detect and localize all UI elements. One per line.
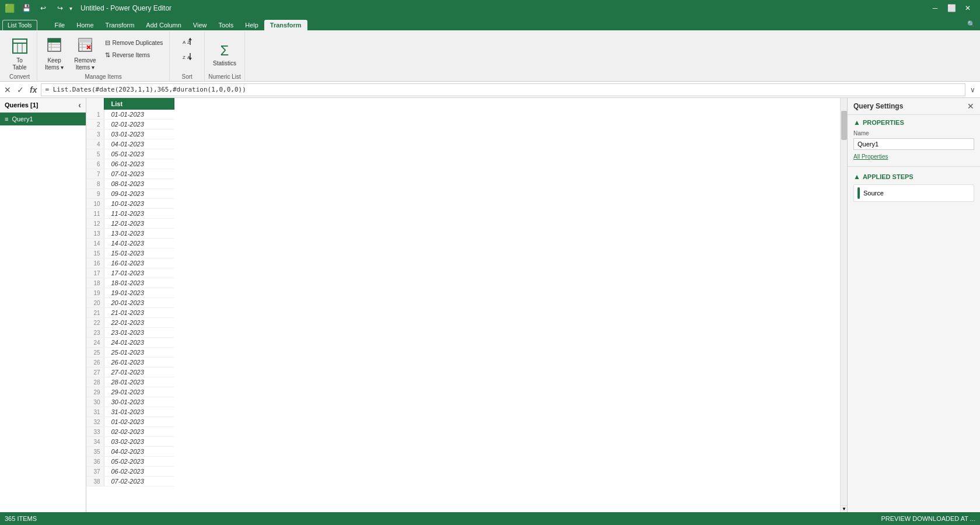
- row-number: 36: [86, 457, 104, 467]
- manage-items-content: KeepItems ▾ RemoveItems ▾: [41, 33, 166, 74]
- ribbon-search-btn[interactable]: 🔍: [963, 18, 980, 30]
- close-btn[interactable]: ✕: [960, 2, 975, 14]
- to-table-btn[interactable]: ToTable: [8, 36, 32, 74]
- name-label: Name: [853, 130, 974, 136]
- list-header[interactable]: List: [104, 98, 174, 110]
- row-value: 02-02-2023: [104, 427, 174, 437]
- formula-confirm-icon[interactable]: ✓: [15, 84, 26, 96]
- vertical-scrollbar[interactable]: ▼: [840, 98, 847, 512]
- row-number: 32: [86, 417, 104, 427]
- tab-transform[interactable]: Transform: [100, 20, 141, 30]
- row-number: 1: [86, 110, 104, 120]
- row-number: 5: [86, 149, 104, 159]
- quick-access-dropdown[interactable]: ▾: [69, 5, 72, 12]
- svg-text:Z: Z: [183, 55, 186, 60]
- reverse-items-btn[interactable]: ⇅ Reverse Items: [102, 50, 166, 61]
- row-number: 9: [86, 189, 104, 199]
- table-row: 1515-01-2023: [86, 249, 174, 258]
- statistics-icon: Σ: [220, 43, 229, 59]
- query-item-query1[interactable]: ≡ Query1: [0, 113, 86, 125]
- formula-input[interactable]: [41, 83, 965, 96]
- scroll-down-arrow[interactable]: ▼: [841, 505, 847, 512]
- tab-view[interactable]: View: [187, 20, 213, 30]
- tab-file[interactable]: File: [49, 20, 71, 30]
- convert-content: ToTable: [8, 33, 32, 74]
- step-source[interactable]: Source: [853, 184, 974, 202]
- query-settings-close-btn[interactable]: ✕: [967, 102, 974, 111]
- formula-cancel-icon[interactable]: ✕: [2, 84, 13, 96]
- row-number: 33: [86, 427, 104, 437]
- to-table-label: ToTable: [13, 57, 27, 71]
- tab-tools[interactable]: Tools: [213, 20, 240, 30]
- restore-btn[interactable]: ⬜: [944, 2, 959, 14]
- table-row: 3807-02-2023: [86, 477, 174, 487]
- all-properties-link[interactable]: All Properties: [853, 153, 888, 160]
- title-text: Untitled - Power Query Editor: [80, 4, 172, 12]
- row-value: 05-01-2023: [104, 149, 174, 159]
- row-number: 22: [86, 318, 104, 328]
- redo-quick-btn[interactable]: ↪: [52, 2, 68, 14]
- row-number: 38: [86, 477, 104, 487]
- content-area: List 101-01-2023202-01-2023303-01-202340…: [86, 98, 847, 512]
- applied-steps-section: ▲ APPLIED STEPS Source: [848, 169, 980, 205]
- scrollbar-thumb[interactable]: [841, 111, 847, 140]
- svg-text:A: A: [183, 40, 186, 45]
- sort-asc-btn[interactable]: A Z: [180, 35, 195, 49]
- statistics-btn[interactable]: Σ Statistics: [209, 40, 240, 69]
- applied-steps-collapse-icon[interactable]: ▲: [853, 173, 860, 181]
- table-row: 303-01-2023: [86, 130, 174, 139]
- table-row: 1717-01-2023: [86, 268, 174, 278]
- tab-list-tools[interactable]: List Tools: [2, 20, 37, 30]
- queries-collapse-btn[interactable]: ‹: [78, 100, 81, 110]
- table-row: 3131-01-2023: [86, 407, 174, 417]
- reverse-items-label: Reverse Items: [112, 52, 149, 58]
- row-number: 26: [86, 358, 104, 368]
- formula-bar: ✕ ✓ fx ∨: [0, 82, 980, 98]
- table-row: 707-01-2023: [86, 169, 174, 179]
- save-quick-btn[interactable]: 💾: [19, 2, 34, 14]
- tab-add-column[interactable]: Add Column: [140, 20, 187, 30]
- row-value: 21-01-2023: [104, 308, 174, 318]
- keep-items-label: KeepItems ▾: [45, 57, 64, 71]
- table-row: 2323-01-2023: [86, 328, 174, 338]
- row-number: 34: [86, 437, 104, 447]
- tab-home[interactable]: Home: [71, 20, 99, 30]
- row-number: 21: [86, 308, 104, 318]
- status-item-count: 365 ITEMS: [5, 515, 37, 522]
- query-settings-panel: Query Settings ✕ ▲ PROPERTIES Name All P…: [847, 98, 980, 512]
- properties-collapse-icon[interactable]: ▲: [853, 118, 860, 127]
- formula-expand-icon[interactable]: ∨: [968, 85, 978, 95]
- formula-fx-icon[interactable]: fx: [28, 84, 38, 96]
- sort-content: A Z Z A: [180, 33, 195, 74]
- table-row: 1414-01-2023: [86, 239, 174, 249]
- query-name-input[interactable]: [853, 138, 974, 150]
- keep-items-btn[interactable]: KeepItems ▾: [41, 35, 68, 74]
- sort-desc-icon: Z A: [183, 52, 192, 62]
- sort-desc-btn[interactable]: Z A: [180, 50, 195, 64]
- remove-duplicates-btn[interactable]: ⊟ Remove Duplicates: [102, 37, 166, 48]
- row-value: 15-01-2023: [104, 249, 174, 258]
- minimize-btn[interactable]: ─: [928, 2, 943, 14]
- properties-section: ▲ PROPERTIES Name All Properties: [848, 115, 980, 164]
- convert-group-label: Convert: [9, 74, 30, 81]
- undo-quick-btn[interactable]: ↩: [36, 2, 51, 14]
- table-row: 2121-01-2023: [86, 308, 174, 318]
- row-value: 29-01-2023: [104, 387, 174, 397]
- ribbon-tabs: List Tools File Home Transform Add Colum…: [0, 16, 980, 30]
- row-value: 04-02-2023: [104, 447, 174, 457]
- row-number: 19: [86, 288, 104, 298]
- properties-label: PROPERTIES: [863, 119, 904, 126]
- remove-items-btn[interactable]: RemoveItems ▾: [70, 35, 100, 74]
- tab-transform2[interactable]: Transform: [264, 20, 307, 30]
- table-row: 1616-01-2023: [86, 258, 174, 268]
- row-number: 24: [86, 338, 104, 348]
- table-row: 909-01-2023: [86, 189, 174, 199]
- table-row: 3403-02-2023: [86, 437, 174, 447]
- row-number: 20: [86, 298, 104, 308]
- tab-help[interactable]: Help: [239, 20, 264, 30]
- title-bar-left: 🟩 💾 ↩ ↪ ▾ Untitled - Power Query Editor: [5, 2, 172, 14]
- table-row: 3030-01-2023: [86, 397, 174, 407]
- table-row: 808-01-2023: [86, 179, 174, 189]
- row-value: 07-02-2023: [104, 477, 174, 487]
- data-table-wrapper[interactable]: List 101-01-2023202-01-2023303-01-202340…: [86, 98, 847, 512]
